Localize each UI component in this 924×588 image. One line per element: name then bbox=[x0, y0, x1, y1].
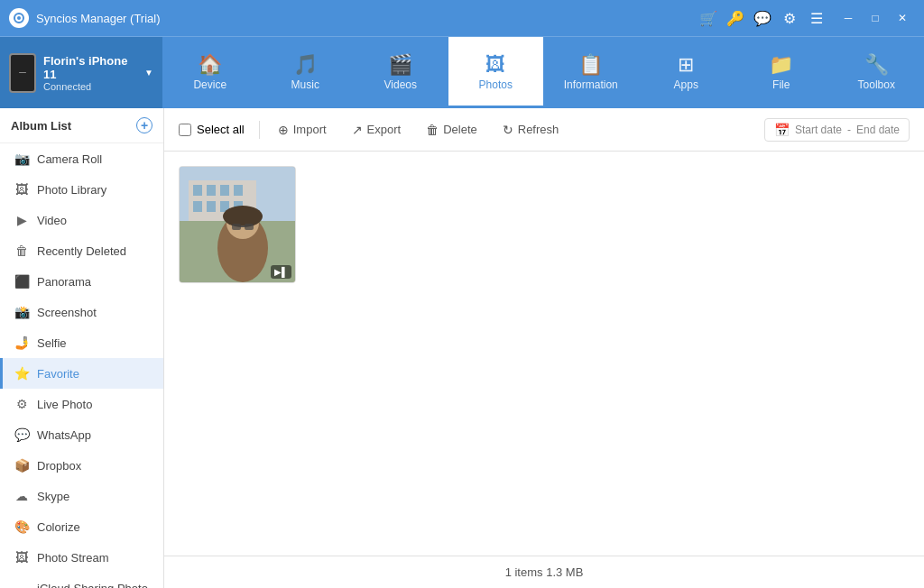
videos-nav-label: Videos bbox=[384, 78, 417, 91]
import-button[interactable]: ⊕ Import bbox=[267, 118, 337, 142]
main-layout: Album List + 📷 Camera Roll 🖼 Photo Libra… bbox=[0, 108, 924, 588]
svg-rect-7 bbox=[234, 185, 243, 196]
sidebar-item-dropbox[interactable]: 📦 Dropbox bbox=[0, 450, 163, 481]
add-album-button[interactable]: + bbox=[136, 117, 152, 133]
sidebar-item-panorama[interactable]: ⬛ Panorama bbox=[0, 266, 163, 297]
icloud-sharing-sidebar-label: iCloud Sharing Photo bbox=[37, 582, 148, 589]
photo-library-sidebar-label: Photo Library bbox=[37, 183, 106, 197]
export-button[interactable]: ↗ Export bbox=[341, 118, 412, 142]
recently-deleted-sidebar-icon: 🗑 bbox=[14, 243, 30, 259]
dropbox-sidebar-icon: 📦 bbox=[14, 457, 30, 473]
sidebar-item-favorite[interactable]: ⭐ Favorite bbox=[0, 358, 163, 389]
cart-icon[interactable]: 🛒 bbox=[697, 6, 720, 30]
date-range-picker[interactable]: 📅 Start date - End date bbox=[764, 118, 910, 142]
photo-item[interactable]: ▶▌ bbox=[179, 166, 296, 283]
nav-item-device[interactable]: 🏠 Device bbox=[162, 37, 258, 108]
music-nav-icon: 🎵 bbox=[293, 55, 318, 75]
whatsapp-sidebar-icon: 💬 bbox=[14, 427, 30, 443]
status-text: 1 items 1.3 MB bbox=[505, 565, 584, 579]
svg-rect-6 bbox=[220, 185, 229, 196]
sidebar-section-header: Album List + bbox=[0, 108, 163, 143]
favorite-sidebar-icon: ⭐ bbox=[14, 365, 30, 381]
toolbar: Select all ⊕ Import ↗ Export 🗑 Delete ↻ … bbox=[164, 108, 924, 152]
minimize-button[interactable]: ─ bbox=[836, 5, 861, 31]
select-all-checkbox[interactable] bbox=[179, 124, 191, 136]
close-button[interactable]: ✕ bbox=[890, 5, 915, 31]
icloud-sharing-sidebar-icon: ☁ bbox=[14, 580, 30, 588]
toolbox-nav-icon: 🔧 bbox=[864, 55, 889, 75]
device-name: Florin's iPhone 11 bbox=[43, 54, 141, 81]
skype-sidebar-label: Skype bbox=[37, 490, 69, 503]
photo-grid: ▶▌ bbox=[179, 166, 910, 283]
photo-stream-sidebar-icon: 🖼 bbox=[14, 549, 30, 565]
svg-point-15 bbox=[223, 206, 263, 227]
sidebar-item-video[interactable]: ▶ Video bbox=[0, 205, 163, 235]
nav-item-music[interactable]: 🎵 Music bbox=[258, 37, 354, 108]
selfie-sidebar-label: Selfie bbox=[37, 336, 67, 350]
sidebar-item-photo-stream[interactable]: 🖼 Photo Stream bbox=[0, 542, 163, 573]
nav-item-information[interactable]: 📋 Information bbox=[543, 37, 639, 108]
nav-item-videos[interactable]: 🎬 Videos bbox=[353, 37, 448, 108]
refresh-button[interactable]: ↻ Refresh bbox=[492, 118, 570, 142]
sidebar-item-icloud-sharing[interactable]: ☁ iCloud Sharing Photo bbox=[0, 573, 163, 588]
colorize-sidebar-icon: 🎨 bbox=[14, 519, 30, 535]
camera-roll-sidebar-icon: 📷 bbox=[14, 151, 30, 167]
svg-point-1 bbox=[17, 16, 21, 20]
svg-rect-8 bbox=[193, 201, 202, 212]
svg-rect-5 bbox=[207, 185, 216, 196]
live-photo-sidebar-icon: ⚙ bbox=[14, 396, 30, 412]
colorize-sidebar-label: Colorize bbox=[37, 520, 80, 534]
toolbox-nav-label: Toolbox bbox=[858, 78, 895, 91]
nav-item-photos[interactable]: 🖼 Photos bbox=[448, 37, 544, 108]
nav-item-toolbox[interactable]: 🔧 Toolbox bbox=[829, 37, 925, 108]
select-all-checkbox-label[interactable]: Select all bbox=[179, 123, 245, 136]
navbar: Florin's iPhone 11 Connected ▼ 🏠 Device … bbox=[0, 36, 924, 108]
sidebar-item-photo-library[interactable]: 🖼 Photo Library bbox=[0, 174, 163, 205]
menu-icon[interactable]: ☰ bbox=[805, 6, 828, 30]
photo-area: ▶▌ bbox=[164, 152, 924, 556]
device-selector[interactable]: Florin's iPhone 11 Connected ▼ bbox=[0, 37, 162, 108]
nav-item-file[interactable]: 📁 File bbox=[734, 37, 829, 108]
photo-stream-sidebar-label: Photo Stream bbox=[37, 551, 109, 565]
device-nav-icon: 🏠 bbox=[198, 55, 222, 75]
titlebar: Syncios Manager (Trial) 🛒 🔑 💬 ⚙ ☰ ─ □ ✕ bbox=[0, 0, 924, 36]
photo-library-sidebar-icon: 🖼 bbox=[14, 181, 30, 198]
header-icons: 🛒 🔑 💬 ⚙ ☰ bbox=[697, 6, 828, 30]
sidebar-item-screenshot[interactable]: 📸 Screenshot bbox=[0, 297, 163, 327]
nav-item-apps[interactable]: ⊞ Apps bbox=[639, 37, 735, 108]
delete-icon: 🗑 bbox=[426, 123, 439, 137]
export-icon: ↗ bbox=[352, 123, 363, 137]
sidebar-item-selfie[interactable]: 🤳 Selfie bbox=[0, 327, 163, 358]
device-dropdown-arrow: ▼ bbox=[144, 68, 153, 78]
sidebar-item-skype[interactable]: ☁ Skype bbox=[0, 481, 163, 511]
search-icon[interactable]: 🔑 bbox=[724, 6, 747, 30]
photos-nav-label: Photos bbox=[479, 78, 513, 91]
apps-nav-label: Apps bbox=[674, 78, 698, 91]
import-icon: ⊕ bbox=[278, 123, 289, 137]
sidebar-item-live-photo[interactable]: ⚙ Live Photo bbox=[0, 389, 163, 419]
device-status: Connected bbox=[43, 81, 141, 92]
end-date-placeholder: End date bbox=[856, 124, 900, 136]
sidebar-item-recently-deleted[interactable]: 🗑 Recently Deleted bbox=[0, 235, 163, 266]
device-nav-label: Device bbox=[193, 78, 226, 91]
video-sidebar-label: Video bbox=[37, 214, 67, 227]
settings-icon[interactable]: ⚙ bbox=[778, 6, 801, 30]
screenshot-sidebar-icon: 📸 bbox=[14, 304, 30, 320]
maximize-button[interactable]: □ bbox=[863, 5, 888, 31]
information-nav-label: Information bbox=[564, 78, 618, 91]
camera-roll-sidebar-label: Camera Roll bbox=[37, 152, 102, 166]
file-nav-label: File bbox=[772, 78, 790, 91]
device-phone-icon bbox=[9, 53, 36, 93]
delete-button[interactable]: 🗑 Delete bbox=[415, 118, 488, 142]
svg-rect-4 bbox=[193, 185, 202, 196]
chat-icon[interactable]: 💬 bbox=[751, 6, 774, 30]
file-nav-icon: 📁 bbox=[769, 55, 793, 75]
recently-deleted-sidebar-label: Recently Deleted bbox=[37, 244, 126, 258]
skype-sidebar-icon: ☁ bbox=[14, 488, 30, 504]
sidebar-item-camera-roll[interactable]: 📷 Camera Roll bbox=[0, 143, 163, 174]
sidebar-item-colorize[interactable]: 🎨 Colorize bbox=[0, 511, 163, 542]
device-info: Florin's iPhone 11 Connected bbox=[43, 54, 141, 92]
live-photo-sidebar-label: Live Photo bbox=[37, 398, 92, 411]
sidebar-item-whatsapp[interactable]: 💬 WhatsApp bbox=[0, 419, 163, 450]
nav-items: 🏠 Device 🎵 Music 🎬 Videos 🖼 Photos 📋 Inf… bbox=[162, 37, 924, 108]
